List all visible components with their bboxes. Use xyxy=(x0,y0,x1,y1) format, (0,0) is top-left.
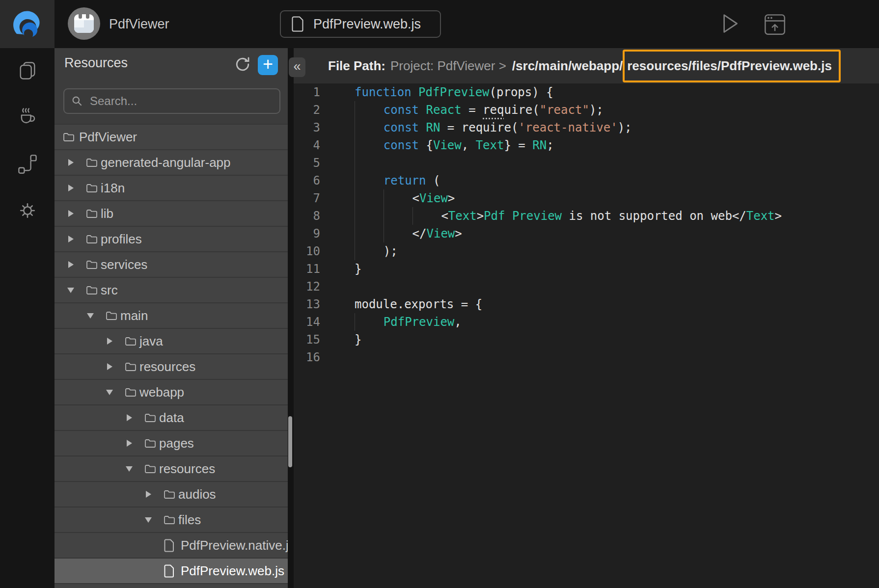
code-content: function PdfPreview(props) {const React … xyxy=(355,83,782,588)
code-line: <Text>Pdf Preview is not supported on we… xyxy=(355,207,782,225)
tree-item-PdfPreview.native.js[interactable]: PdfPreview.native.js xyxy=(55,533,288,559)
home-logo-button[interactable] xyxy=(0,0,55,48)
folder-icon xyxy=(63,132,75,142)
chevron-right-icon[interactable] xyxy=(125,414,133,421)
chevron-right-icon[interactable] xyxy=(67,159,75,166)
chevron-right-icon[interactable] xyxy=(67,236,75,242)
chevron-right-icon[interactable] xyxy=(125,440,133,447)
tree-item-audios[interactable]: audios xyxy=(55,482,288,508)
tree-item-src[interactable]: src xyxy=(55,278,288,303)
chevron-down-icon[interactable] xyxy=(106,390,113,395)
search-icon xyxy=(71,95,83,107)
open-file-tab-label: PdfPreview.web.js xyxy=(313,17,421,32)
pages-icon xyxy=(17,60,38,81)
rail-settings-button[interactable] xyxy=(17,200,38,221)
tree-item-generated-angular-app[interactable]: generated-angular-app xyxy=(55,150,288,176)
rail-java-button[interactable] xyxy=(17,107,38,128)
code-line: const {View, Text} = RN; xyxy=(355,136,782,154)
chevron-down-icon[interactable] xyxy=(86,313,94,319)
tree-item-label: services xyxy=(101,257,147,272)
folder-icon xyxy=(86,209,98,218)
sidebar-scrollbar[interactable] xyxy=(288,416,292,467)
line-number: 1 xyxy=(294,83,320,101)
file-path-highlighted: resources/files/PdfPreview.web.js xyxy=(623,50,841,82)
tree-item-data[interactable]: data xyxy=(55,405,288,431)
code-line: const RN = require('react-native'); xyxy=(355,119,782,136)
line-number: 14 xyxy=(294,313,320,331)
code-line: ); xyxy=(355,242,782,260)
app-avatar-glyph xyxy=(74,14,94,33)
add-resource-button[interactable]: + xyxy=(258,55,278,75)
tree-item-lib[interactable]: lib xyxy=(55,201,288,227)
open-file-tab[interactable]: PdfPreview.web.js xyxy=(280,10,441,38)
tree-item-java[interactable]: java xyxy=(55,329,288,354)
top-bar: PdfViewer PdfPreview.web.js xyxy=(0,0,879,48)
indent-guide xyxy=(355,136,384,154)
tree-item-services[interactable]: services xyxy=(55,252,288,278)
play-icon xyxy=(721,13,740,34)
indent-guide xyxy=(355,172,384,189)
sidebar-collapse-button[interactable]: « xyxy=(289,57,305,77)
indent-guide xyxy=(355,242,384,260)
folder-icon xyxy=(144,438,156,448)
code-editor[interactable]: 12345678910111213141516 function PdfPrev… xyxy=(294,83,879,588)
line-number: 15 xyxy=(294,331,320,348)
code-line: PdfPreview, xyxy=(355,313,782,331)
file-icon xyxy=(164,539,174,552)
chevron-down-icon[interactable] xyxy=(125,466,133,472)
chevron-right-icon[interactable] xyxy=(106,363,113,370)
tree-item-PdfViewer[interactable]: PdfViewer xyxy=(55,125,288,150)
indent-guide xyxy=(412,207,441,225)
tree-item-pages[interactable]: pages xyxy=(55,431,288,456)
line-number: 11 xyxy=(294,260,320,278)
line-number: 4 xyxy=(294,136,320,154)
tree-item-label: pages xyxy=(159,436,194,451)
chevron-right-icon[interactable] xyxy=(67,261,75,268)
tree-item-label: PdfPreview.web.js xyxy=(181,563,284,579)
deploy-window-icon xyxy=(764,13,786,35)
folder-icon xyxy=(164,489,175,499)
rail-pages-button[interactable] xyxy=(17,60,38,81)
tree-item-profiles[interactable]: profiles xyxy=(55,227,288,252)
folder-icon xyxy=(125,336,137,346)
search-input[interactable] xyxy=(89,94,279,108)
folder-icon xyxy=(164,515,175,525)
line-number: 12 xyxy=(294,278,320,295)
tree-item-label: src xyxy=(101,283,118,298)
tree-item-resources[interactable]: resources xyxy=(55,456,288,482)
resources-sidebar: Resources + PdfViewergenerated-angular-a… xyxy=(55,48,288,588)
tree-item-i18n[interactable]: i18n xyxy=(55,176,288,201)
app-avatar[interactable] xyxy=(68,7,100,40)
refresh-button[interactable] xyxy=(234,56,251,73)
tree-item-label: resources xyxy=(139,359,195,374)
line-number: 16 xyxy=(294,348,320,366)
chevron-down-icon[interactable] xyxy=(144,517,152,523)
folder-icon xyxy=(86,260,98,269)
line-number: 2 xyxy=(294,101,320,119)
folder-icon xyxy=(86,158,98,167)
chevron-right-icon[interactable] xyxy=(67,185,75,191)
indent-guide xyxy=(355,101,384,119)
folder-icon xyxy=(86,234,98,244)
rail-connections-button[interactable] xyxy=(17,153,38,175)
line-number: 3 xyxy=(294,119,320,136)
indent-guide xyxy=(355,119,384,136)
tree-item-webapp[interactable]: webapp xyxy=(55,380,288,405)
line-number: 13 xyxy=(294,295,320,313)
tree-item-files[interactable]: files xyxy=(55,508,288,533)
sidebar-title: Resources xyxy=(64,55,128,71)
deploy-button[interactable] xyxy=(764,13,786,35)
code-line: function PdfPreview(props) { xyxy=(355,83,782,101)
tree-item-resources[interactable]: resources xyxy=(55,354,288,380)
chevron-down-icon[interactable] xyxy=(67,288,75,293)
chevron-right-icon[interactable] xyxy=(67,210,75,217)
refresh-icon xyxy=(234,56,251,73)
tree-item-main[interactable]: main xyxy=(55,303,288,329)
chevron-right-icon[interactable] xyxy=(144,491,152,498)
code-line: <View> xyxy=(355,189,782,207)
run-button[interactable] xyxy=(721,13,740,34)
file-path-project: Project: PdfViewer > xyxy=(390,58,506,74)
resource-tree: PdfViewergenerated-angular-appi18nlibpro… xyxy=(55,124,288,588)
tree-item-PdfPreview.web.js[interactable]: PdfPreview.web.js xyxy=(55,559,288,584)
chevron-right-icon[interactable] xyxy=(106,338,113,345)
